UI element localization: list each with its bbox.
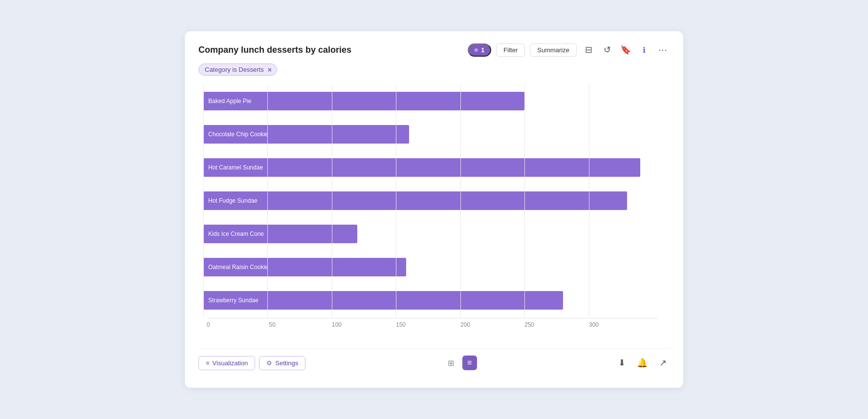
- bar-label: Strawberry Sundae: [208, 297, 259, 304]
- columns-icon: ⊟: [585, 44, 592, 55]
- columns-icon-button[interactable]: ⊟: [582, 43, 595, 57]
- bar-row: Hot Caramel Sundae: [203, 151, 670, 184]
- refresh-icon-button[interactable]: ↺: [600, 43, 614, 57]
- bar-label: Chocolate Chip Cookie: [208, 131, 268, 138]
- bar[interactable]: Hot Fudge Sundae: [203, 191, 627, 210]
- x-axis-tick: 200: [460, 321, 470, 328]
- chart-view-icon[interactable]: ≡: [462, 356, 477, 370]
- bar-wrapper: Kids Ice Cream Cone: [203, 224, 670, 244]
- bar[interactable]: Chocolate Chip Cookie: [203, 125, 409, 144]
- bar-row: Oatmeal Raisin Cookie: [203, 251, 670, 284]
- summarize-button[interactable]: Summarize: [530, 43, 577, 57]
- download-button[interactable]: ⬇: [615, 356, 629, 370]
- visualization-icon: ≡: [206, 359, 210, 367]
- settings-icon: ⚙: [266, 359, 272, 367]
- bar-wrapper: Baked Apple Pie: [203, 91, 670, 111]
- settings-button[interactable]: ⚙ Settings: [259, 356, 305, 370]
- info-icon-button[interactable]: ℹ: [637, 43, 651, 57]
- bar-wrapper: Hot Caramel Sundae: [203, 158, 670, 177]
- bar-chart: Baked Apple Pie Chocolate Chip Cookie Ho…: [203, 84, 670, 317]
- chart-inner: Baked Apple Pie Chocolate Chip Cookie Ho…: [203, 84, 670, 330]
- bar-label: Baked Apple Pie: [208, 98, 251, 105]
- bar-wrapper: Chocolate Chip Cookie: [203, 125, 670, 144]
- filter-button[interactable]: Filter: [496, 43, 525, 57]
- info-icon: ℹ: [643, 45, 646, 55]
- bar[interactable]: Strawberry Sundae: [203, 291, 563, 310]
- download-icon: ⬇: [618, 357, 626, 368]
- x-axis-tick: 250: [524, 321, 534, 328]
- bell-button[interactable]: 🔔: [635, 356, 649, 370]
- bar-row: Chocolate Chip Cookie: [203, 118, 670, 151]
- visualization-button[interactable]: ≡ Visualization: [198, 356, 255, 370]
- filter-badge-button[interactable]: ≡ 1: [468, 43, 492, 57]
- bar-wrapper: Oatmeal Raisin Cookie: [203, 257, 670, 277]
- footer-center: ⊞ ≡: [444, 356, 477, 370]
- x-axis-tick: 100: [332, 321, 342, 328]
- more-icon-button[interactable]: ⋯: [656, 43, 670, 57]
- bar-label: Oatmeal Raisin Cookie: [208, 264, 268, 271]
- x-axis-tick: 50: [269, 321, 275, 328]
- bar-label: Hot Caramel Sundae: [208, 164, 263, 171]
- filter-tag: Category is Desserts ×: [198, 63, 670, 84]
- bar-label: Hot Fudge Sundae: [208, 197, 258, 204]
- bar-wrapper: Strawberry Sundae: [203, 291, 670, 310]
- bookmark-icon: 🔖: [620, 44, 631, 55]
- settings-label: Settings: [275, 359, 298, 367]
- main-card: Company lunch desserts by calories ≡ 1 F…: [185, 31, 683, 388]
- bar-row: Strawberry Sundae: [203, 284, 670, 317]
- share-button[interactable]: ↗: [656, 356, 670, 370]
- bell-icon: 🔔: [637, 357, 648, 368]
- x-axis: 050100150200250300: [208, 318, 658, 330]
- filter-tag-label: Category is Desserts: [205, 66, 264, 73]
- bookmark-icon-button[interactable]: 🔖: [619, 43, 632, 57]
- share-icon: ↗: [659, 357, 667, 368]
- bar-row: Baked Apple Pie: [203, 84, 670, 118]
- header-actions: ≡ 1 Filter Summarize ⊟ ↺ 🔖 ℹ ⋯: [468, 43, 670, 57]
- visualization-label: Visualization: [213, 359, 248, 367]
- card-header: Company lunch desserts by calories ≡ 1 F…: [198, 43, 670, 57]
- table-view-icon[interactable]: ⊞: [444, 356, 458, 370]
- refresh-icon: ↺: [604, 44, 611, 55]
- chart-area: Baked Apple Pie Chocolate Chip Cookie Ho…: [198, 84, 670, 345]
- chart-title: Company lunch desserts by calories: [198, 45, 351, 55]
- card-footer: ≡ Visualization ⚙ Settings ⊞ ≡ ⬇ 🔔 ↗: [198, 348, 670, 370]
- bar-row: Hot Fudge Sundae: [203, 184, 670, 217]
- filter-count: 1: [481, 46, 484, 54]
- bar[interactable]: Oatmeal Raisin Cookie: [203, 258, 406, 276]
- x-axis-tick: 300: [589, 321, 599, 328]
- bar-label: Kids Ice Cream Cone: [208, 230, 264, 237]
- bar[interactable]: Hot Caramel Sundae: [203, 158, 640, 177]
- more-icon: ⋯: [658, 44, 667, 55]
- footer-left: ≡ Visualization ⚙ Settings: [198, 356, 305, 370]
- bar-row: Kids Ice Cream Cone: [203, 217, 670, 251]
- bar[interactable]: Kids Ice Cream Cone: [203, 225, 357, 243]
- bar[interactable]: Baked Apple Pie: [203, 92, 524, 110]
- x-axis-tick: 0: [207, 321, 210, 328]
- x-axis-tick: 150: [396, 321, 406, 328]
- footer-right: ⬇ 🔔 ↗: [615, 356, 670, 370]
- filter-tag-close[interactable]: ×: [268, 66, 272, 73]
- filter-icon: ≡: [475, 46, 478, 54]
- bar-wrapper: Hot Fudge Sundae: [203, 191, 670, 210]
